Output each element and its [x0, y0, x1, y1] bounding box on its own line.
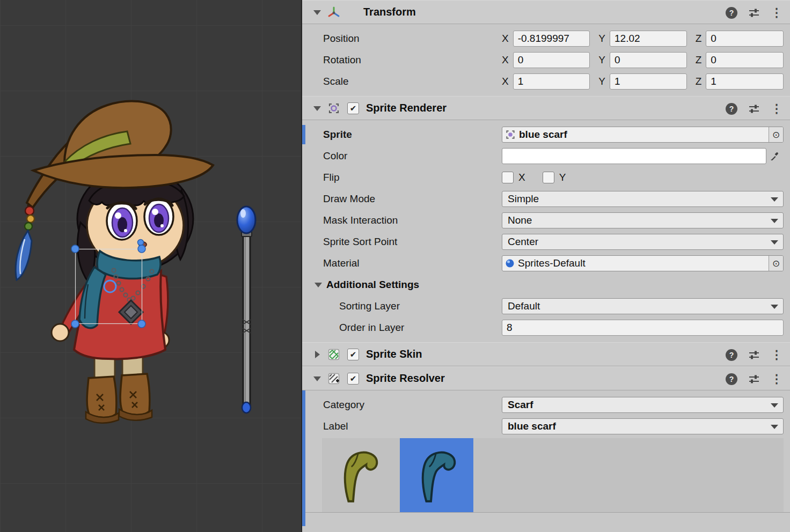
chevron-down-icon — [771, 240, 778, 245]
sprite-renderer-header[interactable]: ✔ Sprite Renderer ? ⋮ — [302, 96, 790, 120]
material-mini-icon — [505, 258, 515, 268]
component-enabled-checkbox[interactable]: ✔ — [347, 102, 359, 114]
help-icon[interactable]: ? — [726, 7, 737, 19]
foldout-open-icon[interactable] — [313, 104, 321, 113]
transform-header[interactable]: Transform ? ⋮ — [302, 0, 790, 24]
inspector-panel: Transform ? ⋮ Position X-0.8199997 Y12.0… — [302, 0, 790, 532]
rotation-row: Rotation X0 Y0 Z0 — [302, 49, 790, 71]
kebab-menu-icon[interactable]: ⋮ — [771, 7, 782, 19]
help-icon[interactable]: ? — [726, 103, 737, 115]
sorting-layer-value: Default — [508, 300, 540, 312]
rotation-x-field[interactable]: 0 — [513, 52, 590, 68]
scale-z-field[interactable]: 1 — [706, 73, 784, 90]
kebab-menu-icon[interactable]: ⋮ — [771, 373, 782, 385]
material-label: Material — [323, 257, 502, 269]
additional-settings-row[interactable]: Additional Settings — [302, 274, 790, 295]
sprite-label: Sprite — [323, 129, 502, 141]
order-in-layer-field[interactable]: 8 — [502, 320, 784, 336]
staff-sprite[interactable] — [237, 206, 255, 413]
flip-row: Flip X Y — [302, 167, 790, 188]
chevron-down-icon — [771, 219, 778, 223]
presets-icon[interactable] — [748, 103, 760, 115]
rotation-z-field[interactable]: 0 — [706, 52, 784, 68]
sprite-mini-icon — [505, 129, 516, 140]
material-object-field[interactable]: Sprites-Default ⊙ — [502, 255, 784, 271]
help-icon[interactable]: ? — [726, 349, 737, 361]
component-title: Transform — [363, 6, 416, 18]
presets-icon[interactable] — [748, 7, 760, 19]
chevron-down-icon — [771, 403, 778, 408]
component-enabled-checkbox[interactable]: ✔ — [347, 373, 359, 385]
foldout-open-icon[interactable] — [313, 374, 321, 383]
kebab-menu-icon[interactable]: ⋮ — [771, 349, 782, 361]
position-y-field[interactable]: 12.02 — [610, 31, 687, 47]
sprite-object-field[interactable]: blue scarf ⊙ — [502, 127, 784, 143]
position-row: Position X-0.8199997 Y12.02 Z0 — [302, 28, 790, 49]
mask-interaction-row: Mask Interaction None — [302, 210, 790, 231]
draw-mode-row: Draw Mode Simple — [302, 188, 790, 210]
label-row: Label blue scarf — [302, 416, 790, 437]
scale-y-field[interactable]: 1 — [610, 73, 687, 90]
eyedropper-icon[interactable] — [766, 148, 784, 164]
sprite-renderer-icon — [327, 101, 341, 115]
material-value: Sprites-Default — [518, 257, 765, 269]
sprite-skin-header[interactable]: ✔ Sprite Skin ? ⋮ — [302, 342, 790, 366]
axis-y-label: Y — [598, 33, 605, 45]
kebab-menu-icon[interactable]: ⋮ — [771, 103, 782, 115]
color-label: Color — [323, 150, 502, 162]
draw-mode-dropdown[interactable]: Simple — [502, 191, 784, 207]
axis-z-label: Z — [696, 76, 702, 87]
sprite-resolver-body: Category Scarf Label blue scarf — [302, 390, 790, 526]
scene-view[interactable] — [0, 0, 302, 532]
object-picker-icon[interactable]: ⊙ — [769, 127, 783, 142]
sprite-sort-point-row: Sprite Sort Point Center — [302, 231, 790, 253]
color-row: Color — [302, 145, 790, 167]
draw-mode-value: Simple — [508, 193, 539, 205]
thumbnail-green-scarf[interactable] — [322, 438, 396, 512]
thumbnail-blue-scarf[interactable] — [400, 438, 473, 512]
chevron-down-icon — [771, 197, 778, 202]
help-icon[interactable]: ? — [726, 373, 737, 385]
object-picker-icon[interactable]: ⊙ — [769, 256, 783, 271]
axis-z-label: Z — [696, 54, 702, 66]
category-value: Scarf — [508, 399, 533, 411]
presets-icon[interactable] — [748, 349, 760, 361]
position-z-field[interactable]: 0 — [706, 31, 784, 47]
prefab-override-indicator — [302, 125, 305, 144]
foldout-closed-icon[interactable] — [313, 350, 321, 359]
flip-label: Flip — [323, 172, 502, 183]
category-label: Category — [323, 399, 502, 411]
foldout-open-icon[interactable] — [313, 8, 321, 17]
axis-y-label: Y — [598, 76, 605, 87]
additional-settings-label: Additional Settings — [326, 279, 419, 291]
component-enabled-checkbox[interactable]: ✔ — [347, 349, 359, 360]
sprite-sort-point-label: Sprite Sort Point — [323, 236, 502, 248]
sprite-resolver-header[interactable]: ✔ Sprite Resolver ? ⋮ — [302, 366, 790, 390]
mask-interaction-dropdown[interactable]: None — [502, 212, 784, 228]
character-sprite[interactable] — [16, 101, 213, 423]
axis-x-label: X — [502, 54, 509, 66]
component-title: Sprite Resolver — [366, 372, 445, 385]
category-dropdown[interactable]: Scarf — [502, 397, 784, 413]
position-x-field[interactable]: -0.8199997 — [513, 31, 590, 47]
sprite-row: Sprite blue scarf ⊙ — [302, 124, 790, 145]
rotation-y-field[interactable]: 0 — [610, 52, 687, 68]
material-row: Material Sprites-Default ⊙ — [302, 253, 790, 274]
flip-x-label: X — [518, 172, 525, 183]
sorting-layer-dropdown[interactable]: Default — [502, 298, 784, 314]
flip-x-checkbox[interactable] — [502, 172, 514, 183]
presets-icon[interactable] — [748, 373, 760, 385]
mask-interaction-value: None — [508, 215, 532, 226]
label-dropdown[interactable]: blue scarf — [502, 418, 784, 434]
sprite-value: blue scarf — [519, 129, 765, 141]
flip-y-checkbox[interactable] — [543, 172, 554, 183]
category-row: Category Scarf — [302, 394, 790, 416]
label-value: blue scarf — [508, 420, 556, 432]
sprite-sort-point-dropdown[interactable]: Center — [502, 234, 784, 250]
sorting-layer-row: Sorting Layer Default — [302, 295, 790, 317]
transform-body: Position X-0.8199997 Y12.02 Z0 Rotation … — [302, 24, 790, 96]
scale-x-field[interactable]: 1 — [513, 73, 590, 90]
foldout-open-icon[interactable] — [314, 280, 323, 289]
color-swatch[interactable] — [502, 148, 766, 164]
chevron-down-icon — [771, 425, 778, 429]
